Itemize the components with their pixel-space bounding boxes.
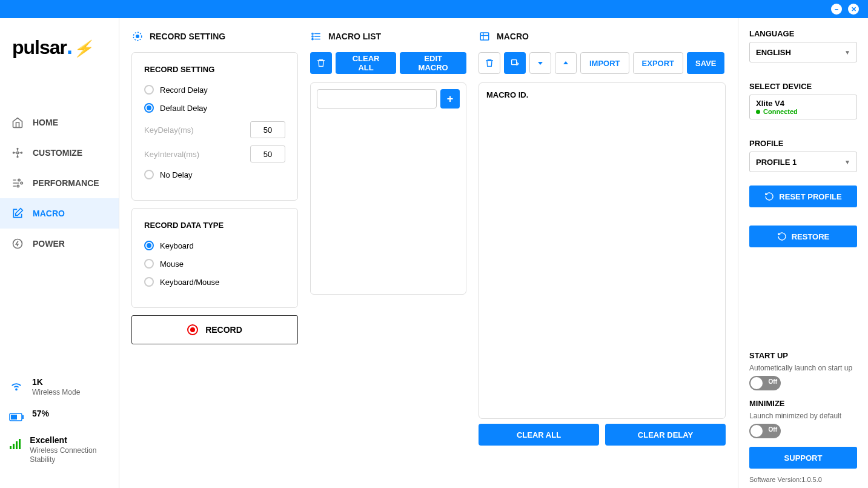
svg-rect-16 bbox=[19, 439, 21, 449]
status-wireless-rate: 1K Wireless Mode bbox=[9, 377, 110, 398]
svg-point-4 bbox=[21, 152, 22, 153]
device-status: Connected bbox=[756, 108, 850, 115]
move-up-button[interactable] bbox=[555, 52, 577, 74]
record-dot-icon bbox=[187, 324, 198, 335]
radio-record-delay[interactable]: Record Delay bbox=[144, 85, 285, 95]
sidebar-item-performance[interactable]: PERFORMANCE bbox=[0, 168, 119, 198]
clear-all-steps-button[interactable]: CLEAR ALL bbox=[479, 424, 599, 446]
home-icon bbox=[11, 116, 24, 129]
right-panel: LANGUAGE ENGLISH ▼ SELECT DEVICE Xlite V… bbox=[738, 18, 868, 488]
sidebar: pulsar.⚡ HOME CUSTOMIZE PERFORMANCE MACR… bbox=[0, 18, 119, 488]
restore-button[interactable]: RESTORE bbox=[749, 226, 857, 247]
radio-checked-icon bbox=[144, 103, 154, 113]
status-rate-sub: Wireless Mode bbox=[32, 388, 80, 398]
radio-icon bbox=[144, 259, 154, 269]
sidebar-item-power[interactable]: POWER bbox=[0, 229, 119, 259]
status-rate-value: 1K bbox=[32, 377, 80, 387]
clear-delay-button[interactable]: CLEAR DELAY bbox=[605, 424, 726, 446]
sidebar-item-macro[interactable]: MACRO bbox=[0, 198, 119, 229]
sidebar-label-customize: CUSTOMIZE bbox=[33, 148, 82, 158]
radio-icon bbox=[144, 277, 154, 287]
reset-profile-label: RESET PROFILE bbox=[779, 192, 841, 201]
macro-list-title: MACRO LIST bbox=[328, 32, 381, 41]
radio-keyboard-mouse[interactable]: Keyboard/Mouse bbox=[144, 277, 285, 287]
macro-name-input[interactable] bbox=[317, 89, 437, 109]
save-button[interactable]: SAVE bbox=[687, 52, 724, 74]
wifi-icon bbox=[9, 378, 24, 393]
record-button[interactable]: RECORD bbox=[131, 315, 298, 344]
radio-default-delay[interactable]: Default Delay bbox=[144, 103, 285, 113]
reset-profile-button[interactable]: RESET PROFILE bbox=[749, 186, 857, 207]
key-delay-label: KeyDelay(ms) bbox=[144, 125, 194, 135]
logo: pulsar.⚡ bbox=[0, 18, 119, 77]
startup-toggle[interactable]: Off bbox=[749, 376, 781, 390]
power-icon bbox=[11, 237, 24, 250]
delete-step-button[interactable] bbox=[479, 52, 500, 74]
minimize-sublabel: Launch minimized by default bbox=[749, 412, 857, 420]
svg-point-3 bbox=[13, 152, 15, 153]
status-battery-value: 57% bbox=[32, 409, 49, 418]
export-button[interactable]: EXPORT bbox=[633, 52, 683, 74]
insert-step-button[interactable] bbox=[504, 52, 526, 74]
sidebar-label-power: POWER bbox=[33, 239, 65, 249]
macro-title: MACRO bbox=[497, 32, 529, 41]
restore-icon bbox=[777, 232, 787, 241]
close-button[interactable]: ✕ bbox=[848, 4, 859, 15]
customize-icon bbox=[11, 146, 24, 159]
record-data-type-title: RECORD DATA TYPE bbox=[144, 221, 285, 230]
sidebar-item-customize[interactable]: CUSTOMIZE bbox=[0, 138, 119, 168]
radio-label: Mouse bbox=[160, 259, 184, 269]
profile-select[interactable]: PROFILE 1 ▼ bbox=[749, 152, 857, 172]
chevron-down-icon: ▼ bbox=[844, 49, 850, 56]
device-box[interactable]: Xlite V4 Connected bbox=[749, 95, 857, 119]
svg-rect-25 bbox=[480, 33, 489, 40]
svg-point-22 bbox=[312, 33, 313, 34]
logo-accent: ⚡ bbox=[73, 39, 92, 58]
import-button[interactable]: IMPORT bbox=[580, 52, 629, 74]
clear-all-macro-list-button[interactable]: CLEAR ALL bbox=[336, 52, 397, 74]
language-label: LANGUAGE bbox=[749, 29, 857, 38]
startup-sublabel: Autometically launch on start up bbox=[749, 364, 857, 372]
minimize-label: MINIMIZE bbox=[749, 399, 857, 408]
macro-id-label: MACRO ID. bbox=[486, 90, 718, 99]
move-down-button[interactable] bbox=[529, 52, 551, 74]
svg-point-0 bbox=[16, 152, 18, 153]
add-macro-button[interactable]: + bbox=[440, 89, 460, 109]
startup-label: START UP bbox=[749, 351, 857, 360]
svg-point-18 bbox=[136, 35, 139, 38]
language-value: ENGLISH bbox=[756, 48, 791, 57]
language-select[interactable]: ENGLISH ▼ bbox=[749, 42, 857, 62]
radio-checked-icon bbox=[144, 241, 154, 250]
sidebar-item-home[interactable]: HOME bbox=[0, 107, 119, 138]
profile-value: PROFILE 1 bbox=[756, 158, 797, 167]
minimize-button[interactable]: – bbox=[831, 4, 842, 15]
radio-no-delay[interactable]: No Delay bbox=[144, 170, 285, 179]
radio-mouse[interactable]: Mouse bbox=[144, 259, 285, 269]
record-setting-card: RECORD SETTING Record Delay Default Dela… bbox=[131, 52, 298, 201]
support-button[interactable]: SUPPORT bbox=[749, 447, 857, 469]
minimize-toggle[interactable]: Off bbox=[749, 424, 781, 438]
record-setting-title: RECORD SETTING bbox=[150, 32, 225, 41]
version-label: Software Version: bbox=[749, 476, 801, 483]
edit-macro-button[interactable]: EDIT MACRO bbox=[400, 52, 466, 74]
signal-icon bbox=[9, 436, 21, 451]
battery-icon bbox=[9, 410, 24, 424]
select-device-label: SELECT DEVICE bbox=[749, 82, 857, 91]
delete-macro-button[interactable] bbox=[310, 52, 332, 74]
svg-point-1 bbox=[17, 149, 18, 150]
svg-point-9 bbox=[16, 389, 17, 390]
macro-section-icon bbox=[479, 30, 491, 42]
macro-header: MACRO bbox=[479, 30, 726, 42]
sidebar-label-performance: PERFORMANCE bbox=[33, 178, 99, 188]
version-value: 1.0.5.0 bbox=[801, 476, 822, 483]
radio-label: Keyboard/Mouse bbox=[160, 278, 219, 287]
macro-steps-area: MACRO ID. bbox=[479, 82, 726, 419]
radio-keyboard[interactable]: Keyboard bbox=[144, 241, 285, 250]
key-interval-label: KeyInterval(ms) bbox=[144, 150, 199, 159]
macro-list-header: MACRO LIST bbox=[310, 30, 466, 42]
sidebar-label-macro: MACRO bbox=[33, 209, 65, 218]
chevron-down-icon: ▼ bbox=[844, 159, 850, 165]
key-delay-input[interactable] bbox=[250, 121, 285, 138]
key-interval-input[interactable] bbox=[250, 145, 285, 162]
titlebar: – ✕ bbox=[0, 0, 868, 18]
